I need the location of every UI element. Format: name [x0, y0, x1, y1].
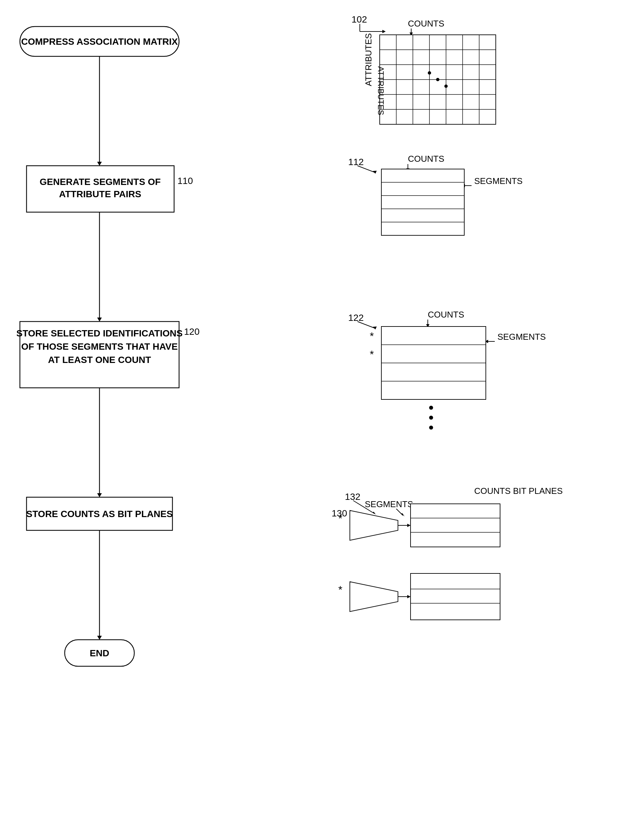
svg-rect-37	[20, 322, 179, 388]
ref-112-label: 112	[348, 157, 364, 167]
segments-label-1: SEGMENTS	[474, 176, 522, 186]
store-counts-label: STORE COUNTS AS BIT PLANES	[26, 509, 173, 519]
segments-label-3: SEGMENTS	[365, 499, 413, 509]
ref-102-label: 102	[352, 14, 367, 25]
svg-marker-64	[350, 582, 398, 612]
end-label: END	[90, 648, 109, 658]
generate-label-2: ATTRIBUTE PAIRS	[59, 189, 141, 199]
generate-label-1: GENERATE SEGMENTS OF	[39, 177, 161, 187]
svg-marker-57	[401, 513, 404, 517]
asterisk-3: *	[338, 512, 342, 524]
svg-marker-4	[410, 33, 413, 36]
diagram-container: 102 ATTRIBUTES COUNTS ATTRIBUTES	[0, 0, 644, 829]
store-ids-label-1: STORE SELECTED IDENTIFICATIONS	[16, 328, 182, 339]
svg-line-40	[357, 322, 375, 328]
svg-marker-66	[407, 595, 410, 598]
svg-line-26	[357, 166, 375, 172]
svg-marker-60	[407, 524, 410, 527]
ref-130-label: 130	[331, 508, 347, 519]
svg-point-17	[428, 71, 431, 74]
svg-diagram: 102 ATTRIBUTES COUNTS ATTRIBUTES	[0, 0, 644, 829]
svg-marker-52	[97, 493, 102, 497]
ref-110-label: 110	[177, 176, 193, 186]
svg-marker-43	[485, 340, 488, 343]
counts-label-2: COUNTS	[408, 154, 444, 164]
svg-marker-36	[97, 318, 102, 322]
svg-marker-29	[462, 184, 465, 187]
svg-marker-41	[373, 326, 377, 329]
store-ids-label-3: AT LEAST ONE COUNT	[48, 355, 151, 365]
svg-rect-23	[27, 166, 174, 212]
svg-line-56	[396, 509, 403, 515]
svg-marker-71	[97, 636, 102, 640]
ref-132-label: 132	[345, 492, 360, 502]
svg-marker-2	[382, 30, 386, 33]
svg-rect-44	[381, 326, 486, 399]
svg-line-54	[353, 501, 375, 514]
svg-rect-67	[410, 574, 500, 620]
svg-rect-72	[65, 640, 134, 666]
svg-point-19	[444, 85, 448, 88]
svg-rect-53	[27, 497, 172, 530]
svg-rect-61	[410, 504, 500, 547]
attributes-rotated-label: ATTRIBUTES	[363, 33, 373, 86]
segments-label-2: SEGMENTS	[497, 332, 546, 342]
asterisk-4: *	[338, 584, 342, 596]
counts-bp-label: COUNTS BIT PLANES	[474, 486, 563, 496]
counts-label-1: COUNTS	[408, 19, 444, 28]
svg-marker-27	[373, 171, 377, 174]
svg-marker-25	[406, 169, 410, 172]
store-ids-label-2: OF THOSE SEGMENTS THAT HAVE	[21, 341, 178, 352]
counts-label-3: COUNTS	[428, 310, 464, 320]
svg-marker-58	[350, 511, 398, 540]
svg-marker-22	[97, 162, 102, 166]
asterisk-1: *	[370, 330, 374, 342]
attributes-side-label: ATTRIBUTES	[376, 66, 385, 115]
svg-marker-55	[373, 512, 376, 515]
svg-marker-39	[426, 324, 429, 328]
asterisk-2: *	[370, 348, 374, 360]
svg-rect-30	[381, 169, 464, 235]
svg-point-50	[429, 426, 433, 430]
svg-point-48	[429, 406, 433, 410]
svg-point-18	[436, 78, 439, 81]
ref-120-label: 120	[184, 326, 200, 337]
ref-122-label: 122	[348, 312, 364, 323]
svg-rect-5	[380, 35, 496, 124]
compress-label: COMPRESS ASSOCIATION MATRIX	[21, 36, 178, 47]
svg-point-49	[429, 416, 433, 420]
svg-rect-20	[20, 27, 179, 56]
